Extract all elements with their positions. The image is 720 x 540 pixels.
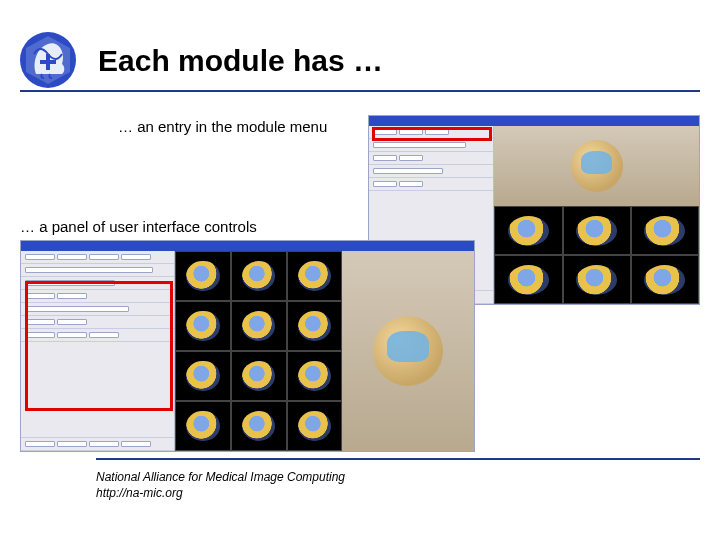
view-3d [494, 126, 699, 206]
caption-menu-entry: … an entry in the module menu [118, 118, 327, 135]
footer-org: National Alliance for Medical Image Comp… [96, 470, 345, 486]
slice-views [175, 251, 342, 451]
footer-text: National Alliance for Medical Image Comp… [96, 470, 345, 501]
slice-views [494, 206, 699, 304]
namic-logo-icon [18, 30, 78, 90]
caption-ui-panel: … a panel of user interface controls [20, 218, 257, 235]
slide-title: Each module has … [98, 44, 383, 78]
view-3d [342, 251, 474, 451]
svg-rect-2 [40, 60, 56, 64]
screenshot-ui-panel [20, 240, 475, 452]
title-divider [20, 90, 700, 92]
window-titlebar [21, 241, 474, 251]
footer-url: http://na-mic.org [96, 486, 345, 502]
module-panel [21, 251, 175, 451]
window-titlebar [369, 116, 699, 126]
footer-divider [96, 458, 700, 460]
